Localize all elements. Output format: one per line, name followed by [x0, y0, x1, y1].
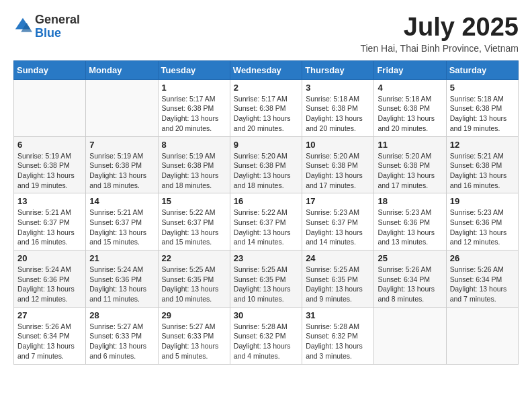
page-header: General Blue July 2025 Tien Hai, Thai Bi…: [13, 13, 519, 54]
weekday-header: Sunday: [14, 60, 86, 79]
day-number: 25: [378, 253, 442, 263]
day-number: 2: [234, 83, 298, 93]
day-info: Sunrise: 5:27 AM Sunset: 6:33 PM Dayligh…: [162, 322, 226, 361]
day-info: Sunrise: 5:18 AM Sunset: 6:38 PM Dayligh…: [306, 94, 370, 134]
day-info: Sunrise: 5:23 AM Sunset: 6:36 PM Dayligh…: [450, 208, 515, 247]
calendar-cell: 30Sunrise: 5:28 AM Sunset: 6:32 PM Dayli…: [230, 307, 302, 364]
day-number: 31: [306, 310, 370, 320]
day-number: 14: [89, 196, 154, 206]
calendar-cell: 20Sunrise: 5:24 AM Sunset: 6:36 PM Dayli…: [14, 250, 86, 308]
day-info: Sunrise: 5:22 AM Sunset: 6:37 PM Dayligh…: [162, 208, 226, 247]
day-number: 16: [234, 196, 298, 206]
day-info: Sunrise: 5:28 AM Sunset: 6:32 PM Dayligh…: [234, 322, 298, 361]
calendar-cell: 1Sunrise: 5:17 AM Sunset: 6:38 PM Daylig…: [158, 79, 230, 136]
day-info: Sunrise: 5:26 AM Sunset: 6:34 PM Dayligh…: [17, 322, 82, 361]
calendar-cell: [14, 79, 86, 136]
calendar-cell: 29Sunrise: 5:27 AM Sunset: 6:33 PM Dayli…: [158, 307, 230, 364]
calendar-cell: 24Sunrise: 5:25 AM Sunset: 6:35 PM Dayli…: [302, 250, 374, 308]
calendar-cell: [374, 307, 446, 364]
calendar-cell: 5Sunrise: 5:18 AM Sunset: 6:38 PM Daylig…: [446, 79, 518, 136]
day-info: Sunrise: 5:20 AM Sunset: 6:38 PM Dayligh…: [234, 151, 298, 191]
calendar-cell: 27Sunrise: 5:26 AM Sunset: 6:34 PM Dayli…: [14, 307, 86, 364]
day-number: 17: [306, 196, 370, 206]
day-info: Sunrise: 5:28 AM Sunset: 6:32 PM Dayligh…: [306, 322, 370, 361]
day-info: Sunrise: 5:21 AM Sunset: 6:37 PM Dayligh…: [17, 208, 82, 247]
day-number: 19: [450, 196, 515, 206]
day-info: Sunrise: 5:18 AM Sunset: 6:38 PM Dayligh…: [450, 94, 515, 134]
calendar-cell: 2Sunrise: 5:17 AM Sunset: 6:38 PM Daylig…: [230, 79, 302, 136]
calendar-cell: 11Sunrise: 5:20 AM Sunset: 6:38 PM Dayli…: [374, 136, 446, 193]
day-info: Sunrise: 5:25 AM Sunset: 6:35 PM Dayligh…: [306, 265, 370, 304]
calendar-cell: 10Sunrise: 5:20 AM Sunset: 6:38 PM Dayli…: [302, 136, 374, 193]
calendar-cell: 31Sunrise: 5:28 AM Sunset: 6:32 PM Dayli…: [302, 307, 374, 364]
calendar-cell: 4Sunrise: 5:18 AM Sunset: 6:38 PM Daylig…: [374, 79, 446, 136]
weekday-header: Tuesday: [158, 60, 230, 79]
logo-icon: [13, 16, 32, 35]
calendar-header: SundayMondayTuesdayWednesdayThursdayFrid…: [14, 60, 519, 79]
day-number: 21: [89, 253, 154, 263]
calendar-cell: [86, 79, 158, 136]
day-info: Sunrise: 5:21 AM Sunset: 6:37 PM Dayligh…: [89, 208, 154, 247]
calendar-cell: 18Sunrise: 5:23 AM Sunset: 6:36 PM Dayli…: [374, 193, 446, 250]
day-info: Sunrise: 5:20 AM Sunset: 6:38 PM Dayligh…: [306, 151, 370, 191]
day-number: 1: [162, 83, 226, 93]
month-title: July 2025: [360, 13, 519, 42]
day-number: 8: [162, 140, 226, 150]
day-info: Sunrise: 5:17 AM Sunset: 6:38 PM Dayligh…: [162, 94, 226, 134]
weekday-header: Monday: [86, 60, 158, 79]
day-number: 18: [378, 196, 442, 206]
calendar-cell: 8Sunrise: 5:19 AM Sunset: 6:38 PM Daylig…: [158, 136, 230, 193]
day-info: Sunrise: 5:19 AM Sunset: 6:38 PM Dayligh…: [17, 151, 82, 191]
day-number: 6: [17, 140, 82, 150]
title-block: July 2025 Tien Hai, Thai Binh Province, …: [360, 13, 519, 54]
calendar-cell: 3Sunrise: 5:18 AM Sunset: 6:38 PM Daylig…: [302, 79, 374, 136]
calendar-cell: 23Sunrise: 5:25 AM Sunset: 6:35 PM Dayli…: [230, 250, 302, 308]
day-number: 10: [306, 140, 370, 150]
day-number: 3: [306, 83, 370, 93]
calendar-cell: 17Sunrise: 5:23 AM Sunset: 6:37 PM Dayli…: [302, 193, 374, 250]
calendar-cell: 6Sunrise: 5:19 AM Sunset: 6:38 PM Daylig…: [14, 136, 86, 193]
day-info: Sunrise: 5:25 AM Sunset: 6:35 PM Dayligh…: [162, 265, 226, 304]
calendar-week-row: 1Sunrise: 5:17 AM Sunset: 6:38 PM Daylig…: [14, 79, 519, 136]
day-number: 30: [234, 310, 298, 320]
day-number: 20: [17, 253, 82, 263]
calendar-cell: 9Sunrise: 5:20 AM Sunset: 6:38 PM Daylig…: [230, 136, 302, 193]
day-info: Sunrise: 5:25 AM Sunset: 6:35 PM Dayligh…: [234, 265, 298, 304]
day-number: 4: [378, 83, 442, 93]
day-number: 13: [17, 196, 82, 206]
weekday-header: Wednesday: [230, 60, 302, 79]
day-info: Sunrise: 5:20 AM Sunset: 6:38 PM Dayligh…: [378, 151, 442, 191]
logo-blue: Blue: [35, 27, 80, 40]
weekday-row: SundayMondayTuesdayWednesdayThursdayFrid…: [14, 60, 519, 79]
weekday-header: Thursday: [302, 60, 374, 79]
day-number: 29: [162, 310, 226, 320]
calendar-cell: 22Sunrise: 5:25 AM Sunset: 6:35 PM Dayli…: [158, 250, 230, 308]
day-number: 28: [89, 310, 154, 320]
logo: General Blue: [13, 13, 80, 40]
day-number: 9: [234, 140, 298, 150]
day-info: Sunrise: 5:22 AM Sunset: 6:37 PM Dayligh…: [234, 208, 298, 247]
calendar-cell: 16Sunrise: 5:22 AM Sunset: 6:37 PM Dayli…: [230, 193, 302, 250]
day-info: Sunrise: 5:17 AM Sunset: 6:38 PM Dayligh…: [234, 94, 298, 134]
calendar-cell: 15Sunrise: 5:22 AM Sunset: 6:37 PM Dayli…: [158, 193, 230, 250]
day-number: 22: [162, 253, 226, 263]
calendar-cell: 25Sunrise: 5:26 AM Sunset: 6:34 PM Dayli…: [374, 250, 446, 308]
calendar-cell: 28Sunrise: 5:27 AM Sunset: 6:33 PM Dayli…: [86, 307, 158, 364]
day-number: 5: [450, 83, 515, 93]
day-info: Sunrise: 5:23 AM Sunset: 6:37 PM Dayligh…: [306, 208, 370, 247]
day-info: Sunrise: 5:23 AM Sunset: 6:36 PM Dayligh…: [378, 208, 442, 247]
day-info: Sunrise: 5:18 AM Sunset: 6:38 PM Dayligh…: [378, 94, 442, 134]
calendar-cell: 12Sunrise: 5:21 AM Sunset: 6:38 PM Dayli…: [446, 136, 518, 193]
calendar-cell: 26Sunrise: 5:26 AM Sunset: 6:34 PM Dayli…: [446, 250, 518, 308]
calendar-cell: 19Sunrise: 5:23 AM Sunset: 6:36 PM Dayli…: [446, 193, 518, 250]
day-number: 11: [378, 140, 442, 150]
calendar-week-row: 27Sunrise: 5:26 AM Sunset: 6:34 PM Dayli…: [14, 307, 519, 364]
day-info: Sunrise: 5:19 AM Sunset: 6:38 PM Dayligh…: [89, 151, 154, 191]
day-number: 23: [234, 253, 298, 263]
location: Tien Hai, Thai Binh Province, Vietnam: [360, 43, 519, 54]
calendar-week-row: 13Sunrise: 5:21 AM Sunset: 6:37 PM Dayli…: [14, 193, 519, 250]
day-number: 26: [450, 253, 515, 263]
calendar-table: SundayMondayTuesdayWednesdayThursdayFrid…: [13, 60, 519, 365]
calendar-cell: 13Sunrise: 5:21 AM Sunset: 6:37 PM Dayli…: [14, 193, 86, 250]
day-info: Sunrise: 5:26 AM Sunset: 6:34 PM Dayligh…: [378, 265, 442, 304]
